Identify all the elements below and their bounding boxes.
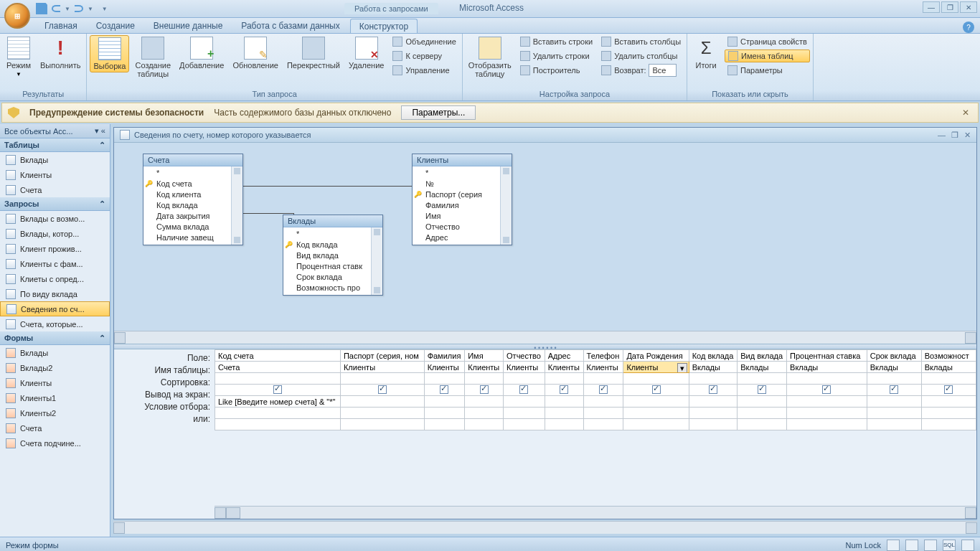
grid-cell[interactable]: Код вклада: [689, 350, 738, 362]
doc-minimize-icon[interactable]: —: [938, 131, 946, 140]
grid-cell[interactable]: [623, 408, 689, 419]
grid-cell[interactable]: [738, 385, 787, 396]
grid-cell[interactable]: Клиенты: [583, 362, 623, 373]
append-button[interactable]: +Добавление: [176, 35, 227, 71]
grid-cell[interactable]: Вклады: [738, 362, 787, 373]
grid-cell[interactable]: [583, 419, 623, 430]
grid-cell[interactable]: [689, 408, 738, 419]
splitter[interactable]: • • • • • •: [114, 344, 976, 349]
nav-query-item-selected[interactable]: Сведения по сч...: [0, 301, 110, 316]
tab-home[interactable]: Главная: [36, 19, 86, 33]
scroll-left-icon[interactable]: [113, 522, 125, 534]
grid-cell[interactable]: [340, 396, 424, 408]
view-design-icon[interactable]: [961, 540, 974, 551]
grid-cell[interactable]: [424, 385, 465, 396]
collapse-icon[interactable]: ⌃: [99, 199, 105, 209]
minimize-button[interactable]: —: [923, 1, 940, 13]
grid-cell[interactable]: [921, 419, 976, 430]
office-button[interactable]: ⊞: [4, 3, 30, 29]
diagram-hscroll[interactable]: [114, 331, 976, 344]
grid-cell[interactable]: [424, 408, 465, 419]
diagram-table-scheta[interactable]: Счета * Код счета Код клиента Код вклада…: [143, 154, 243, 245]
undo-dropdown-icon[interactable]: ▼: [65, 6, 70, 12]
grid-cell[interactable]: [215, 385, 341, 396]
nav-group-forms[interactable]: Формы⌃: [0, 331, 110, 345]
grid-cell[interactable]: [583, 408, 623, 419]
grid-cell[interactable]: [921, 408, 976, 419]
grid-cell[interactable]: [623, 419, 689, 430]
checkbox[interactable]: [599, 385, 608, 394]
insert-cols-button[interactable]: Вставить столбцы: [598, 35, 684, 48]
nav-table-item[interactable]: Вклады: [0, 152, 110, 167]
grid-cell[interactable]: Клиенты: [465, 362, 504, 373]
grid-cell[interactable]: [504, 373, 545, 385]
grid-cell[interactable]: [465, 373, 504, 385]
nav-table-item[interactable]: Счета: [0, 182, 110, 197]
nav-query-item[interactable]: Клиеты с опред...: [0, 271, 110, 286]
scroll-right-icon[interactable]: [966, 522, 977, 534]
union-button[interactable]: Объединение: [390, 35, 458, 48]
grid-cell[interactable]: [623, 385, 689, 396]
grid-cell[interactable]: [465, 396, 504, 408]
grid-cell[interactable]: [504, 419, 545, 430]
tab-create[interactable]: Создание: [88, 19, 143, 33]
maximize-button[interactable]: ❐: [941, 1, 958, 13]
grid-cell[interactable]: [867, 396, 921, 408]
grid-cell[interactable]: [787, 408, 867, 419]
tab-design[interactable]: Конструктор: [350, 19, 418, 33]
nav-header[interactable]: Все объекты Acc...▾ «: [0, 124, 110, 138]
grid-cell[interactable]: [787, 373, 867, 385]
collapse-icon[interactable]: ⌃: [99, 141, 105, 150]
grid-cell[interactable]: [465, 408, 504, 419]
grid-cell[interactable]: [583, 396, 623, 408]
security-options-button[interactable]: Параметры...: [401, 105, 476, 120]
grid-cell[interactable]: [787, 419, 867, 430]
grid-cell[interactable]: [215, 373, 341, 385]
tab-database[interactable]: Работа с базами данных: [232, 19, 348, 33]
diagram-table-klienty[interactable]: Клиенты * № Паспорт (серия Фамилия Имя О…: [412, 154, 512, 245]
nav-group-queries[interactable]: Запросы⌃: [0, 197, 110, 211]
security-close-icon[interactable]: ✕: [962, 108, 969, 118]
grid-cell[interactable]: Клиенты: [545, 362, 583, 373]
grid-cell[interactable]: [504, 396, 545, 408]
collapse-icon[interactable]: ⌃: [99, 334, 105, 343]
nav-query-item[interactable]: По виду вклада: [0, 286, 110, 301]
nav-group-tables[interactable]: Таблицы⌃: [0, 138, 110, 152]
grid-cell[interactable]: [465, 385, 504, 396]
diagram-area[interactable]: Счета * Код счета Код клиента Код вклада…: [114, 143, 976, 344]
grid-cell[interactable]: [215, 408, 341, 419]
grid-cell[interactable]: Вклады: [787, 362, 867, 373]
grid-cell[interactable]: Фамилия: [424, 350, 465, 362]
checkbox[interactable]: [378, 385, 387, 394]
delete-rows-button[interactable]: Удалить строки: [517, 50, 595, 62]
grid-hscroll[interactable]: [215, 506, 976, 519]
doc-close-icon[interactable]: ✕: [964, 131, 971, 140]
nav-form-item[interactable]: Клиенты2: [0, 405, 110, 420]
grid-cell[interactable]: [738, 408, 787, 419]
nav-query-item[interactable]: Клиенты с фам...: [0, 256, 110, 271]
grid-cell[interactable]: [504, 408, 545, 419]
grid-cell[interactable]: [787, 385, 867, 396]
tablenames-button[interactable]: Имена таблиц: [725, 50, 810, 62]
grid-cell[interactable]: Срок вклада: [867, 350, 921, 362]
grid-cell[interactable]: [583, 373, 623, 385]
grid-cell[interactable]: Клиенты: [340, 362, 424, 373]
builder-button[interactable]: Построитель: [517, 64, 595, 77]
grid-cell[interactable]: [215, 419, 341, 430]
nav-query-item[interactable]: Вклады, котор...: [0, 226, 110, 241]
save-icon[interactable]: [36, 3, 47, 14]
grid-cell[interactable]: [689, 385, 738, 396]
view-sql-icon[interactable]: SQL: [943, 540, 956, 551]
grid-cell[interactable]: Паспорт (серия, ном: [340, 350, 424, 362]
grid-cell[interactable]: [867, 373, 921, 385]
scroll-right-icon[interactable]: [965, 332, 976, 344]
grid-cell[interactable]: Вклады: [921, 362, 976, 373]
grid-cell[interactable]: Код счета: [215, 350, 341, 362]
nav-form-item[interactable]: Клиенты1: [0, 390, 110, 405]
grid-cell[interactable]: [545, 408, 583, 419]
checkbox[interactable]: [822, 385, 831, 394]
crosstab-button[interactable]: Перекрестный: [284, 35, 343, 71]
scroll-left-icon[interactable]: [215, 507, 226, 519]
params-button[interactable]: Параметры: [725, 64, 810, 77]
grid-cell[interactable]: Имя: [465, 350, 504, 362]
